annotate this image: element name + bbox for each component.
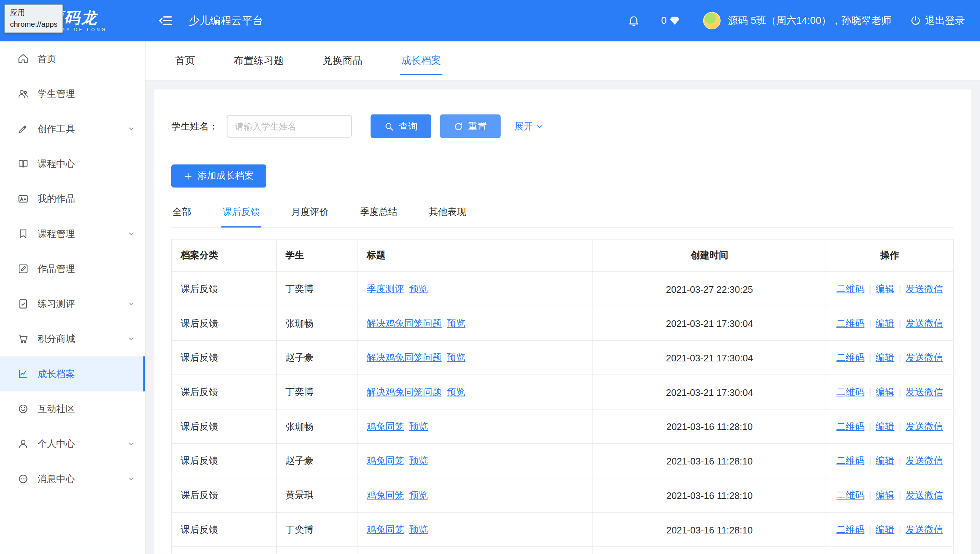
search-button[interactable]: 查询 bbox=[371, 115, 431, 138]
gem-icon bbox=[670, 16, 679, 25]
category-tab-after-class-feedback[interactable]: 课后反馈 bbox=[221, 206, 261, 227]
search-button-label: 查询 bbox=[399, 120, 417, 132]
browser-app-tooltip: 应用 chrome://apps bbox=[5, 5, 63, 33]
sidebar-item-community[interactable]: 互动社区 bbox=[0, 392, 145, 426]
title-link[interactable]: 鸡兔同笼 bbox=[367, 524, 404, 534]
edit-link[interactable]: 编辑 bbox=[875, 420, 894, 431]
cell-student: 赵子豪 bbox=[276, 341, 358, 375]
category-tab-monthly-review[interactable]: 月度评价 bbox=[290, 206, 330, 227]
divider: | bbox=[869, 386, 872, 396]
avatar[interactable] bbox=[703, 12, 720, 29]
tab-label: 兑换商品 bbox=[322, 54, 363, 67]
category-tab-quarterly-summary[interactable]: 季度总结 bbox=[359, 206, 399, 227]
notification-bell-icon[interactable] bbox=[627, 14, 640, 27]
tab-growth-archive[interactable]: 成长档案 bbox=[400, 41, 443, 80]
sidebar-item-course-manage[interactable]: 课程管理 bbox=[0, 217, 145, 252]
main-area: 首页 布置练习题 兑换商品 成长档案 学生姓名： 查询 bbox=[145, 41, 980, 554]
qrcode-link[interactable]: 二维码 bbox=[836, 317, 864, 328]
title-link[interactable]: 鸡兔同笼 bbox=[367, 420, 404, 431]
reset-button-label: 重置 bbox=[468, 120, 487, 132]
sidebar-item-my-works[interactable]: 我的作品 bbox=[0, 181, 145, 216]
tab-redeem-goods[interactable]: 兑换商品 bbox=[321, 41, 364, 80]
course-manage-icon bbox=[18, 228, 29, 240]
logout-button[interactable]: 退出登录 bbox=[910, 14, 965, 27]
sidebar-item-points-mall[interactable]: 积分商城 bbox=[0, 322, 145, 356]
qrcode-link[interactable]: 二维码 bbox=[836, 455, 864, 466]
points-mall-icon bbox=[18, 333, 29, 344]
sidebar-item-course-center[interactable]: 课程中心 bbox=[0, 146, 145, 181]
student-name-input[interactable] bbox=[227, 115, 352, 138]
divider: | bbox=[869, 283, 872, 293]
edit-link[interactable]: 编辑 bbox=[875, 524, 894, 534]
expand-filters-link[interactable]: 展开 bbox=[514, 120, 544, 132]
qrcode-link[interactable]: 二维码 bbox=[836, 283, 864, 293]
sidebar-item-create-tools[interactable]: 创作工具 bbox=[0, 111, 145, 146]
table-row: 课后反馈 张珈畅 解决鸡兔同笼问题预览 2021-03-21 17:30:04 … bbox=[172, 306, 954, 341]
sidebar-collapse-icon[interactable] bbox=[159, 15, 172, 26]
cell-category: 课后反馈 bbox=[172, 444, 277, 478]
cell-created: 2021-03-21 17:30:04 bbox=[593, 341, 826, 375]
edit-link[interactable]: 编辑 bbox=[875, 317, 894, 328]
app-title: 少儿编程云平台 bbox=[189, 14, 263, 28]
divider: | bbox=[899, 524, 902, 534]
category-tab-all[interactable]: 全部 bbox=[171, 206, 192, 227]
divider: | bbox=[899, 420, 902, 431]
title-link[interactable]: 解决鸡兔同笼问题 bbox=[367, 317, 442, 328]
preview-link[interactable]: 预览 bbox=[409, 524, 428, 534]
reset-button[interactable]: 重置 bbox=[440, 115, 501, 138]
preview-link[interactable]: 预览 bbox=[409, 283, 428, 293]
sidebar-item-practice-eval[interactable]: 练习测评 bbox=[0, 286, 145, 321]
title-link[interactable]: 解决鸡兔同笼问题 bbox=[367, 386, 442, 396]
my-works-icon bbox=[18, 193, 29, 205]
sidebar-item-works-manage[interactable]: 作品管理 bbox=[0, 252, 145, 286]
send-wechat-link[interactable]: 发送微信 bbox=[905, 352, 943, 363]
course-center-icon bbox=[18, 158, 29, 169]
home-icon bbox=[18, 53, 29, 65]
title-link[interactable]: 季度测评 bbox=[367, 283, 404, 293]
edit-link[interactable]: 编辑 bbox=[875, 489, 894, 500]
top-tab-bar: 首页 布置练习题 兑换商品 成长档案 bbox=[145, 41, 980, 80]
qrcode-link[interactable]: 二维码 bbox=[836, 352, 864, 363]
qrcode-link[interactable]: 二维码 bbox=[836, 524, 864, 534]
title-link[interactable]: 鸡兔同笼 bbox=[367, 455, 404, 466]
student-name-label: 学生姓名： bbox=[171, 120, 218, 132]
send-wechat-link[interactable]: 发送微信 bbox=[905, 317, 943, 328]
cell-category bbox=[172, 547, 277, 554]
send-wechat-link[interactable]: 发送微信 bbox=[905, 283, 943, 293]
divider: | bbox=[869, 455, 872, 466]
preview-link[interactable]: 预览 bbox=[409, 455, 428, 466]
sidebar-item-students[interactable]: 学生管理 bbox=[0, 76, 145, 111]
preview-link[interactable]: 预览 bbox=[409, 489, 428, 500]
send-wechat-link[interactable]: 发送微信 bbox=[905, 524, 943, 534]
sidebar-item-profile[interactable]: 个人中心 bbox=[0, 426, 145, 461]
send-wechat-link[interactable]: 发送微信 bbox=[905, 489, 943, 500]
edit-link[interactable]: 编辑 bbox=[875, 283, 894, 293]
filter-row: 学生姓名： 查询 重置 展开 bbox=[171, 115, 954, 138]
sidebar-item-message-center[interactable]: 消息中心 bbox=[0, 462, 145, 497]
edit-link[interactable]: 编辑 bbox=[875, 455, 894, 466]
preview-link[interactable]: 预览 bbox=[447, 386, 465, 396]
title-link[interactable]: 解决鸡兔同笼问题 bbox=[367, 352, 442, 363]
qrcode-link[interactable]: 二维码 bbox=[836, 489, 864, 500]
tab-home[interactable]: 首页 bbox=[174, 41, 196, 80]
divider: | bbox=[869, 420, 872, 431]
sidebar-item-home[interactable]: 首页 bbox=[0, 41, 145, 76]
title-link[interactable]: 鸡兔同笼 bbox=[367, 489, 404, 500]
qrcode-link[interactable]: 二维码 bbox=[836, 420, 864, 431]
send-wechat-link[interactable]: 发送微信 bbox=[905, 386, 943, 396]
preview-link[interactable]: 预览 bbox=[447, 352, 465, 363]
send-wechat-link[interactable]: 发送微信 bbox=[905, 455, 943, 466]
preview-link[interactable]: 预览 bbox=[447, 317, 465, 328]
tab-assign-exercises[interactable]: 布置练习题 bbox=[232, 41, 285, 80]
add-growth-archive-button[interactable]: 添加成长档案 bbox=[171, 164, 266, 188]
add-button-label: 添加成长档案 bbox=[197, 170, 253, 182]
cell-student: 丁奕博 bbox=[276, 272, 358, 306]
qrcode-link[interactable]: 二维码 bbox=[836, 386, 864, 396]
category-tab-other-performance[interactable]: 其他表现 bbox=[428, 206, 468, 227]
edit-link[interactable]: 编辑 bbox=[875, 352, 894, 363]
points-counter[interactable]: 0 bbox=[661, 15, 679, 26]
edit-link[interactable]: 编辑 bbox=[875, 386, 894, 396]
preview-link[interactable]: 预览 bbox=[409, 420, 428, 431]
sidebar-item-growth-archive[interactable]: 成长档案 bbox=[0, 356, 145, 391]
send-wechat-link[interactable]: 发送微信 bbox=[905, 420, 943, 431]
